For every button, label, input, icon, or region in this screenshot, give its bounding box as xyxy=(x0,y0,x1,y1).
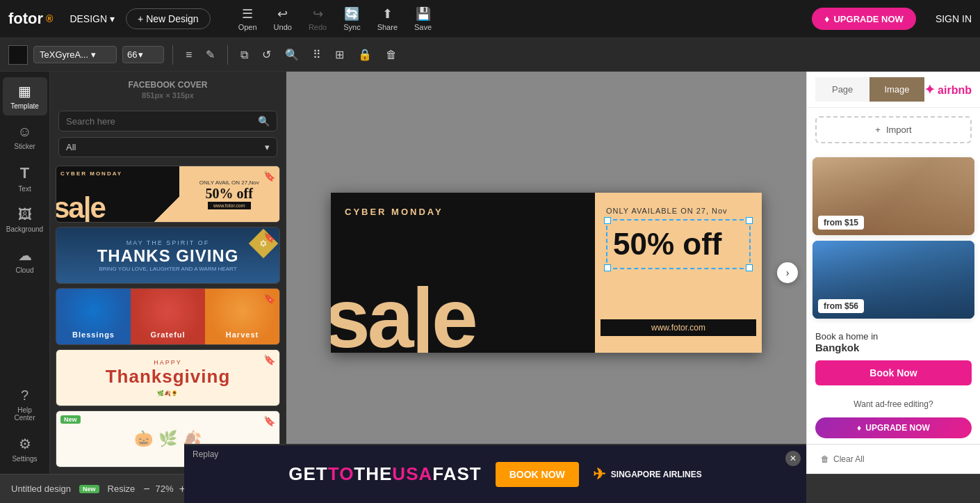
ad-airline-logo: ✈ SINGAPORE AIRLINES xyxy=(593,465,702,484)
align-button[interactable]: ≡ xyxy=(181,46,196,64)
design-name-field[interactable]: Untitled design xyxy=(11,484,71,494)
color-swatch[interactable] xyxy=(8,45,28,65)
zoom-controls: − 72% + xyxy=(143,483,186,495)
zoom-value: 72% xyxy=(156,484,174,494)
tab-page[interactable]: Page xyxy=(815,77,869,102)
copy-button[interactable]: ⧉ xyxy=(236,46,252,64)
sidebar-item-text[interactable]: T Text xyxy=(3,159,47,198)
filter-chevron-icon: ▾ xyxy=(265,142,270,152)
format-button[interactable]: ✎ xyxy=(202,45,219,64)
sale-text: sa|e xyxy=(331,276,475,353)
hotel-cards: from $15 from $56 xyxy=(807,152,980,324)
cloud-icon: ☁ xyxy=(18,247,32,264)
templates-panel: FACEBOOK COVER 851px × 315px 🔍 All ▾ sa|… xyxy=(50,72,286,474)
book-now-button[interactable]: Book Now xyxy=(815,360,972,385)
search-icon: 🔍 xyxy=(258,115,270,127)
refresh-button[interactable]: ↺ xyxy=(258,45,275,64)
ad-book-label: BOOK NOW xyxy=(509,469,565,480)
sidebar-item-help[interactable]: ? Help Center xyxy=(3,382,47,427)
design-menu-button[interactable]: DESIGN ▾ xyxy=(70,13,115,24)
templates-grid: sa|e CYBER MONDAY ONLY AVAIL ON 27,Nov 5… xyxy=(50,163,286,474)
align-icon: ≡ xyxy=(186,49,192,61)
city-name: Bangkok xyxy=(815,342,972,353)
new-design-button[interactable]: + New Design xyxy=(126,8,211,29)
filter-select[interactable]: All ▾ xyxy=(58,137,277,157)
resize-label: Resize xyxy=(108,484,136,494)
sidebar-item-background[interactable]: 🖼 Background xyxy=(3,201,47,239)
hotel-card-1[interactable]: from $15 xyxy=(812,157,974,235)
ad-to: TO xyxy=(328,463,354,484)
sticker-icon: ☺ xyxy=(17,124,31,140)
sidebar-item-settings[interactable]: ⚙ Settings xyxy=(3,430,47,468)
share-icon: ⬆ xyxy=(382,6,393,22)
save-tool[interactable]: 💾 Save xyxy=(414,6,432,31)
book-home-section: Book a home in Bangkok xyxy=(807,324,980,360)
template-item-cyber-monday[interactable]: sa|e CYBER MONDAY ONLY AVAIL ON 27,Nov 5… xyxy=(56,166,280,223)
right-content: ONLY AVAILABLE ON 27, Nov 50% off www.fo… xyxy=(595,193,762,283)
bookmark-icon: 🔖 xyxy=(263,170,275,182)
clear-all-label: Clear All xyxy=(833,454,865,464)
share-tool[interactable]: ⬆ Share xyxy=(377,6,398,31)
percent-off-text[interactable]: 50% off xyxy=(613,227,744,261)
upgrade-button[interactable]: ♦ UPGRADE NOW xyxy=(812,8,916,30)
sync-tool[interactable]: 🔄 Sync xyxy=(343,6,360,31)
sidebar-item-sticker[interactable]: ☺ Sticker xyxy=(3,118,47,156)
book-home-label: Book a home in xyxy=(815,331,878,342)
ad-get: GET xyxy=(288,463,327,484)
format-toolbar: TeXGyreA... ▾ 66 ▾ ≡ ✎ ⧉ ↺ 🔍 ⠿ ⊞ 🔒 🗑 xyxy=(0,38,980,72)
ad-usa: USA xyxy=(392,463,432,484)
save-label: Save xyxy=(414,23,432,31)
grid-button[interactable]: ⠿ xyxy=(309,45,325,64)
trash-icon: 🗑 xyxy=(386,49,397,61)
lock-button[interactable]: 🔒 xyxy=(354,45,376,64)
undo-tool[interactable]: ↩ Undo xyxy=(274,6,292,31)
hotel1-price: from $15 xyxy=(818,216,864,230)
template-item-thanksgiving1[interactable]: MAY THE SPIRIT OF THANKS GIVING BRING YO… xyxy=(56,227,280,284)
open-tool[interactable]: ☰ Open xyxy=(238,6,257,31)
ad-close-button[interactable]: ✕ xyxy=(785,451,801,466)
template-icon: ▦ xyxy=(18,83,31,99)
upgrade-pink-button[interactable]: ♦ UPGRADE NOW xyxy=(815,417,972,438)
font-chevron-icon: ▾ xyxy=(91,49,96,60)
zoom-out-button[interactable]: − xyxy=(143,483,149,495)
hotel2-price: from $56 xyxy=(818,299,864,313)
panel-dimensions: 851px × 315px xyxy=(61,91,275,99)
lock-icon: 🔒 xyxy=(358,49,372,61)
right-panel-tabs: Page Image xyxy=(815,77,924,102)
sidebar-template-label: Template xyxy=(10,102,39,110)
divider2 xyxy=(227,45,228,65)
redo-tool[interactable]: ↪ Redo xyxy=(309,6,327,31)
only-available-text: ONLY AVAILABLE ON 27, Nov xyxy=(606,207,751,215)
resize-button[interactable]: Resize xyxy=(108,484,136,494)
ad-book-button[interactable]: BOOK NOW xyxy=(496,462,579,487)
font-size-selector[interactable]: 66 ▾ xyxy=(122,46,164,63)
panel-header: FACEBOOK COVER 851px × 315px xyxy=(50,72,286,105)
hotel-card-2[interactable]: from $56 xyxy=(812,241,974,319)
layers-button[interactable]: ⊞ xyxy=(331,45,348,64)
chevron-down-icon: ▾ xyxy=(110,13,115,24)
ad-text: GETTOTHEUSAFAST xyxy=(288,463,481,485)
font-selector[interactable]: TeXGyreA... ▾ xyxy=(33,46,117,63)
template-item-thanksgiving3[interactable]: HAPPY Thanksgiving 🌿🍂🌻 🔖 xyxy=(56,349,280,406)
sidebar-item-template[interactable]: ▦ Template xyxy=(3,77,47,115)
canvas-area[interactable]: CYBER MONDAY sa|e ONLY AVAILABLE ON 27, … xyxy=(286,72,806,474)
sync-icon: 🔄 xyxy=(344,6,359,22)
handle-tl xyxy=(604,217,611,224)
tab-image-label: Image xyxy=(884,84,909,95)
top-tools: ☰ Open ↩ Undo ↪ Redo 🔄 Sync ⬆ Share 💾 Sa… xyxy=(238,6,801,31)
delete-button[interactable]: 🗑 xyxy=(382,46,401,64)
next-arrow-button[interactable]: › xyxy=(777,262,798,283)
logo-text: fotor xyxy=(8,10,43,28)
template-item-thanksgiving2[interactable]: Blessings Grateful Harvest 🔖 xyxy=(56,288,280,345)
ad-fast: FAST xyxy=(432,463,481,484)
zoom-fit-button[interactable]: 🔍 xyxy=(281,45,303,64)
tab-image[interactable]: Image xyxy=(869,77,924,102)
ad-the: THE xyxy=(354,463,392,484)
divider1 xyxy=(172,45,173,65)
sign-in-button[interactable]: SIGN IN xyxy=(936,13,972,24)
sidebar-item-cloud[interactable]: ☁ Cloud xyxy=(3,241,47,280)
import-button[interactable]: + Import xyxy=(815,116,972,143)
search-input[interactable] xyxy=(66,116,252,127)
new-badge-bottom: New xyxy=(79,485,99,493)
clear-all-button[interactable]: 🗑 Clear All xyxy=(815,450,972,468)
